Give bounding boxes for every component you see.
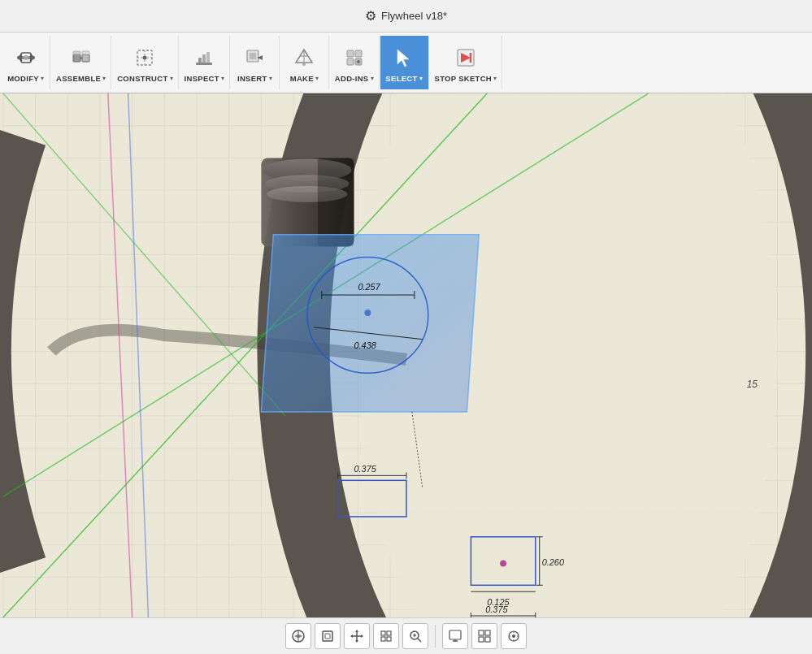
- bottom-toolbar: [0, 617, 812, 654]
- svg-point-93: [364, 310, 371, 316]
- svg-rect-139: [479, 630, 484, 635]
- toolbar-inspect[interactable]: INSPECT ▾: [180, 36, 230, 89]
- svg-rect-131: [387, 637, 391, 641]
- svg-text:0.257: 0.257: [358, 282, 380, 292]
- window-title: Flywheel v18*: [381, 10, 447, 22]
- pan-button[interactable]: [344, 623, 370, 649]
- svg-rect-142: [485, 637, 490, 642]
- inspect-icon: [189, 43, 219, 72]
- stop-sketch-icon: [451, 43, 480, 72]
- insert-label: INSERT: [237, 74, 267, 83]
- svg-rect-122: [323, 631, 332, 641]
- toolbar-insert[interactable]: INSERT ▾: [231, 36, 280, 89]
- toolbar-assemble[interactable]: ASSEMBLE ▾: [51, 36, 111, 89]
- svg-rect-28: [347, 58, 354, 65]
- svg-rect-15: [198, 58, 202, 63]
- toolbar-separator-1: [435, 625, 436, 648]
- zoom-fit-button[interactable]: [373, 623, 399, 649]
- svg-rect-129: [387, 631, 391, 635]
- svg-rect-128: [381, 631, 385, 635]
- titlebar: ⚙ Flywheel v18*: [0, 0, 812, 32]
- toolbar-make[interactable]: MAKE ▾: [280, 36, 329, 89]
- assemble-label: ASSEMBLE: [56, 74, 101, 83]
- scene-svg: 0.257 0.438 0.375 0.260 0.125 0.375 15: [0, 93, 812, 617]
- toolbar-construct[interactable]: CONSTRUCT ▾: [112, 36, 178, 89]
- orbit-button[interactable]: [285, 623, 311, 649]
- stop-sketch-label: STOP SKETCH: [435, 74, 493, 83]
- insert-icon: [240, 43, 269, 72]
- svg-rect-90: [318, 158, 354, 246]
- addins-label: ADD-INS: [335, 74, 369, 83]
- make-icon: [289, 43, 319, 72]
- svg-rect-9: [82, 51, 89, 54]
- svg-point-25: [302, 63, 306, 66]
- grid-button[interactable]: [471, 623, 497, 649]
- display-mode-button[interactable]: [442, 623, 468, 649]
- modify-icon: [11, 43, 41, 72]
- svg-rect-19: [250, 53, 256, 59]
- svg-rect-140: [485, 630, 490, 635]
- title-icon: ⚙: [365, 8, 376, 24]
- svg-text:0.375: 0.375: [354, 464, 376, 474]
- svg-point-107: [500, 561, 506, 567]
- toolbar-select[interactable]: SELECT ▾: [380, 36, 429, 89]
- construct-label: CONSTRUCT: [117, 74, 167, 83]
- svg-rect-17: [206, 52, 210, 63]
- svg-point-13: [143, 55, 147, 59]
- canvas-area[interactable]: 0.257 0.438 0.375 0.260 0.125 0.375 15: [0, 93, 812, 617]
- svg-text:0.375: 0.375: [485, 604, 508, 614]
- svg-rect-6: [82, 54, 89, 62]
- svg-point-144: [512, 635, 515, 638]
- svg-marker-124: [355, 630, 358, 632]
- modify-label: MODIFY: [7, 74, 39, 83]
- svg-rect-14: [196, 63, 212, 65]
- inspect-label: INSPECT: [185, 74, 219, 83]
- snap-button[interactable]: [501, 623, 527, 649]
- svg-text:0.260: 0.260: [542, 557, 564, 567]
- svg-marker-91: [261, 235, 479, 412]
- svg-rect-26: [347, 50, 354, 57]
- home-button[interactable]: [315, 623, 341, 649]
- zoom-button[interactable]: [402, 623, 428, 649]
- make-label: MAKE: [290, 74, 314, 83]
- svg-rect-5: [73, 54, 80, 62]
- construct-icon: [130, 43, 159, 72]
- svg-rect-16: [202, 54, 206, 63]
- svg-marker-32: [397, 50, 409, 67]
- svg-marker-126: [350, 635, 353, 638]
- svg-rect-27: [355, 50, 362, 57]
- select-icon: [389, 43, 419, 72]
- toolbar: MODIFY ▾ ASSEMBLE ▾: [0, 32, 812, 93]
- svg-marker-127: [361, 635, 363, 638]
- svg-point-4: [24, 55, 28, 60]
- svg-text:0.438: 0.438: [354, 340, 376, 350]
- svg-line-133: [418, 639, 421, 642]
- svg-text:15: 15: [747, 379, 758, 390]
- toolbar-addins[interactable]: ADD-INS ▾: [330, 36, 380, 89]
- assemble-icon: [67, 43, 96, 72]
- toolbar-stop-sketch[interactable]: STOP SKETCH ▾: [430, 36, 503, 89]
- svg-rect-136: [449, 630, 461, 639]
- select-label: SELECT: [385, 74, 417, 83]
- svg-rect-130: [381, 637, 385, 641]
- svg-rect-141: [479, 637, 484, 642]
- svg-marker-125: [355, 640, 358, 643]
- addins-icon: [340, 43, 369, 72]
- toolbar-modify[interactable]: MODIFY ▾: [2, 36, 50, 89]
- svg-rect-8: [73, 51, 80, 54]
- svg-rect-123: [325, 634, 330, 639]
